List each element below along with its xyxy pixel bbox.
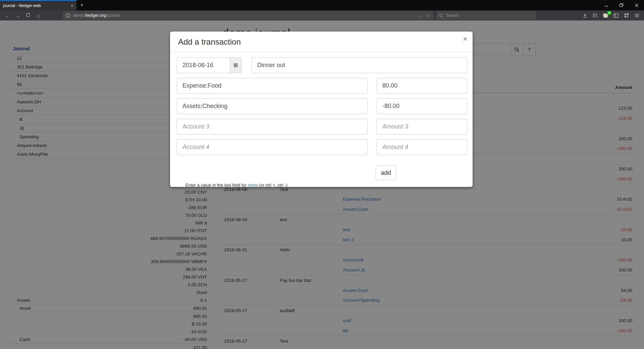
page-actions-icon[interactable]: … <box>418 13 423 18</box>
tab-title: journal - hledger-web <box>3 3 68 8</box>
minimize-icon <box>604 3 608 7</box>
modal-posting-rows <box>177 78 467 155</box>
hint-pre: Enter a value in the last field for <box>185 183 248 188</box>
amount-input-4[interactable] <box>377 139 467 155</box>
amount-input-3[interactable] <box>377 119 467 135</box>
reload-icon <box>26 13 31 17</box>
modal-body: add Enter a value in the last field for … <box>170 52 473 188</box>
download-icon <box>583 13 587 18</box>
navigation-toolbar: ← → ⌂ demo.hledger.org/journal … ☆ Searc <box>0 10 644 20</box>
tab-close-icon[interactable]: × <box>71 3 73 8</box>
modal-hint: Enter a value in the last field for more… <box>185 183 467 188</box>
browser-tab[interactable]: journal - hledger-web × <box>0 0 76 10</box>
restore-icon <box>619 3 624 7</box>
forward-button[interactable]: → <box>12 13 23 18</box>
tab-bar-spacer <box>87 0 599 10</box>
add-button[interactable]: add <box>376 165 396 180</box>
browser-search-placeholder: Search <box>446 13 459 18</box>
toolbar-icons: 0 <box>580 13 642 18</box>
search-icon <box>439 13 443 18</box>
new-tab-button[interactable]: + <box>76 0 87 10</box>
sidebar-toggle-button[interactable] <box>611 13 621 18</box>
modal-posting-row <box>177 98 467 114</box>
browser-chrome: journal - hledger-web × + ← → <box>0 0 644 20</box>
grid-plus-icon <box>624 13 629 18</box>
close-window-button[interactable] <box>629 0 644 10</box>
modal-header: Add a transaction × <box>170 32 473 52</box>
modal-posting-row <box>177 119 467 135</box>
date-input[interactable] <box>177 57 230 73</box>
account-input-3[interactable] <box>177 119 368 135</box>
restore-button[interactable] <box>614 0 629 10</box>
account-input-1[interactable] <box>177 78 368 94</box>
browser-search-bar[interactable]: Search <box>436 11 536 20</box>
url-bar[interactable]: demo.hledger.org/journal … ☆ <box>63 11 433 20</box>
calendar-picker-button[interactable] <box>230 57 241 73</box>
page-content: demo.journal ? Journal 12301 Beiträge410… <box>0 20 644 349</box>
description-input[interactable] <box>252 57 467 73</box>
modal-posting-row <box>177 139 467 155</box>
add-transaction-modal: Add a transaction × add Enter a value in… <box>170 32 473 187</box>
url-path: /journal <box>106 13 119 18</box>
modal-posting-row <box>177 78 467 94</box>
modal-close-icon[interactable]: × <box>463 35 467 42</box>
menu-button[interactable] <box>632 13 642 17</box>
calendar-grid-icon <box>234 63 237 67</box>
hint-more-link[interactable]: more <box>248 183 258 188</box>
home-button[interactable]: ⌂ <box>33 13 44 18</box>
site-info-icon[interactable] <box>66 13 70 18</box>
downloads-button[interactable] <box>580 13 590 18</box>
amount-input-1[interactable] <box>377 78 467 94</box>
amount-input-2[interactable] <box>377 98 467 114</box>
hamburger-icon <box>635 13 639 17</box>
bookmark-star-icon[interactable]: ☆ <box>426 13 430 18</box>
tile-grid-button[interactable] <box>621 13 632 18</box>
back-button[interactable]: ← <box>2 13 12 18</box>
url-text: demo.hledger.org/journal <box>73 13 119 18</box>
url-host: hledger.org <box>85 13 106 18</box>
hint-post: (or ctrl +, ctrl -) <box>258 183 287 188</box>
minimize-button[interactable] <box>599 0 614 10</box>
account-input-4[interactable] <box>177 139 368 155</box>
extension-button[interactable]: 0 <box>600 13 611 18</box>
account-input-2[interactable] <box>177 98 368 114</box>
sidebar-panel-icon <box>613 13 619 18</box>
library-icon <box>593 13 598 18</box>
window-controls <box>599 0 644 10</box>
url-prefix: demo. <box>73 13 85 18</box>
date-input-group <box>177 57 241 73</box>
tab-bar: journal - hledger-web × + <box>0 0 644 10</box>
library-button[interactable] <box>590 13 600 18</box>
modal-title: Add a transaction <box>178 37 241 46</box>
date-description-row <box>177 57 467 73</box>
close-icon <box>635 3 639 7</box>
reload-button[interactable] <box>23 13 33 18</box>
